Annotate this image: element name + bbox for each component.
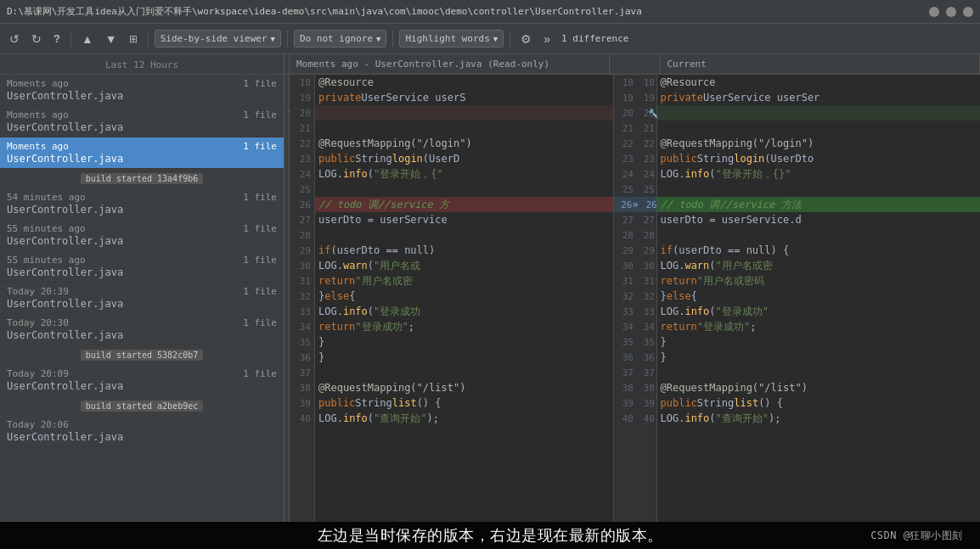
code-line — [315, 120, 613, 136]
code-line: LOG.warn("用户名或 — [315, 258, 613, 273]
build-tag: build started 5382c0b7 — [81, 350, 203, 361]
separator-1 — [70, 31, 71, 48]
build-tag: build started a2beb9ec — [81, 401, 203, 412]
item-file: UserController.java — [7, 266, 277, 278]
code-line: userDto = userService — [315, 212, 613, 227]
list-item[interactable]: Moments ago 1 file UserController.java — [0, 106, 284, 137]
undo-button[interactable]: ↺ — [5, 30, 24, 48]
diff-options-button[interactable]: ⊞ — [125, 31, 142, 48]
history-panel: Last 12 Hours Moments ago 1 file UserCon… — [0, 54, 284, 522]
center-gutter: 18 18 19 19 20 20 🔧 21 21 22 — [613, 75, 657, 522]
settings-button[interactable]: ⚙ — [516, 30, 536, 48]
separator-3 — [287, 31, 288, 48]
maximize-button[interactable] — [946, 7, 956, 17]
separator-2 — [148, 31, 149, 48]
item-file: UserController.java — [7, 298, 277, 310]
code-line: private UserService userSer — [657, 90, 981, 105]
right-code-panel[interactable]: @Resource private UserService userSer @R… — [657, 75, 981, 522]
close-button[interactable] — [963, 7, 973, 17]
code-line: return "登录成功"; — [315, 319, 613, 334]
code-line — [657, 182, 981, 197]
item-time: 55 minutes ago — [7, 223, 86, 234]
help-button[interactable]: ? — [49, 30, 65, 48]
code-line: if (userDto == null) — [315, 243, 613, 258]
item-time: Today 20:06 — [7, 419, 69, 430]
separator-4 — [392, 31, 393, 48]
code-line: } — [315, 350, 613, 365]
item-file: UserController.java — [7, 431, 277, 443]
code-line — [657, 105, 981, 120]
code-line: } else { — [315, 289, 613, 304]
left-line-numbers: 18 19 20 21 22 23 24 25 26 27 28 29 30 3… — [290, 75, 315, 522]
list-item[interactable]: Moments ago 1 file UserController.java — [0, 137, 284, 169]
item-time: Today 20:30 — [7, 317, 69, 328]
code-line: LOG.info("登录成功" — [657, 304, 981, 319]
next-diff-button[interactable]: ▼ — [101, 30, 121, 48]
separator-5 — [510, 31, 510, 48]
diff-header: Moments ago - UserController.java (Read-… — [284, 54, 980, 75]
subtitle-text: 左边是当时保存的版本，右边是现在最新的版本。 — [318, 525, 663, 546]
code-line: @RequestMapping("/list") — [657, 380, 981, 395]
redo-button[interactable]: ↻ — [27, 30, 46, 48]
main-area: Last 12 Hours Moments ago 1 file UserCon… — [0, 54, 980, 522]
list-item[interactable]: 55 minutes ago 1 file UserController.jav… — [0, 220, 284, 251]
code-line — [315, 227, 613, 243]
code-line: return "用户名或密 — [315, 273, 613, 289]
ignore-mode-dropdown[interactable]: Do not ignore ▼ — [294, 30, 387, 48]
list-item[interactable]: 54 minutes ago 1 file UserController.jav… — [0, 188, 284, 220]
code-line: public String login(UserDto — [657, 151, 981, 166]
file-count: 1 file — [243, 286, 277, 297]
code-line: } — [657, 350, 981, 365]
right-code: @Resource private UserService userSer @R… — [657, 75, 981, 522]
code-line: public String list() { — [315, 395, 613, 411]
list-item[interactable]: Today 20:06 UserController.java — [0, 416, 284, 447]
ignore-mode-label: Do not ignore — [300, 33, 373, 44]
list-item[interactable]: Today 20:30 1 file UserController.java — [0, 314, 284, 345]
viewer-mode-dropdown[interactable]: Side-by-side viewer ▼ — [155, 30, 281, 48]
item-file: UserController.java — [7, 90, 277, 102]
code-line — [657, 227, 981, 243]
highlight-mode-dropdown[interactable]: Highlight words ▼ — [399, 30, 504, 48]
code-line: } — [657, 334, 981, 350]
window-controls — [929, 7, 973, 17]
diff-content: ✓ 18 19 20 21 22 23 24 25 26 — [284, 75, 980, 522]
list-item[interactable]: Today 20:09 1 file UserController.java — [0, 365, 284, 396]
file-count: 1 file — [243, 368, 277, 379]
code-line: // todo 调//service 方法 — [657, 197, 981, 212]
difference-count: 1 difference — [561, 33, 628, 44]
prev-diff-button[interactable]: ▲ — [77, 30, 98, 48]
viewer-mode-label: Side-by-side viewer — [161, 33, 268, 44]
list-item[interactable]: Moments ago 1 file UserController.java — [0, 75, 284, 106]
code-line — [657, 120, 981, 136]
file-count: 1 file — [243, 317, 277, 328]
item-time: Moments ago — [7, 109, 69, 120]
item-time: Today 20:09 — [7, 368, 69, 379]
minimize-button[interactable] — [929, 7, 939, 17]
left-code-panel[interactable]: 18 19 20 21 22 23 24 25 26 27 28 29 30 3… — [290, 75, 613, 522]
item-time: Today 20:39 — [7, 286, 69, 297]
file-count: 1 file — [243, 192, 277, 203]
code-line: private UserService userS — [315, 90, 613, 105]
code-line: public String list() { — [657, 395, 981, 411]
file-count: 1 file — [243, 109, 277, 120]
list-item[interactable]: 55 minutes ago 1 file UserController.jav… — [0, 251, 284, 283]
code-line: @RequestMapping("/login") — [657, 136, 981, 151]
code-line: LOG.info("查询开始"); — [657, 411, 981, 426]
code-line: return "登录成功"; — [657, 319, 981, 334]
code-line: if (userDto == null) { — [657, 243, 981, 258]
item-time: Moments ago — [7, 78, 69, 89]
more-button[interactable]: » — [539, 30, 555, 48]
toolbar: ↺ ↻ ? ▲ ▼ ⊞ Side-by-side viewer ▼ Do not… — [0, 24, 980, 54]
list-item[interactable]: Today 20:39 1 file UserController.java — [0, 283, 284, 314]
subtitle-bar: 左边是当时保存的版本，右边是现在最新的版本。 CSDN @狂聊小图刻 — [0, 522, 980, 549]
item-file: UserController.java — [7, 204, 277, 216]
code-line: } — [315, 334, 613, 350]
code-line: LOG.info("查询开始"); — [315, 411, 613, 426]
code-line — [315, 365, 613, 380]
code-line: userDto = userService.d — [657, 212, 981, 227]
gutter-header — [610, 54, 661, 74]
code-line — [315, 105, 613, 120]
viewer-mode-arrow: ▼ — [271, 35, 275, 43]
item-file: UserController.java — [7, 380, 277, 392]
code-line — [657, 365, 981, 380]
